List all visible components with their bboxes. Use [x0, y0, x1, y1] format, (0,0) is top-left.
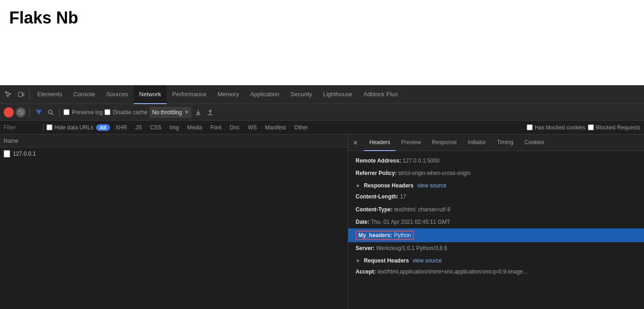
request-list-header: Name	[0, 134, 348, 147]
has-blocked-cookies-checkbox[interactable]: Has blocked cookies	[527, 124, 585, 131]
device-toggle-icon[interactable]	[15, 88, 28, 101]
detail-tab-response[interactable]: Response	[426, 134, 462, 151]
file-icon	[4, 150, 10, 157]
close-detail-button[interactable]: ✕	[351, 138, 360, 147]
search-icon[interactable]	[46, 107, 56, 117]
devtools-panel: Elements Console Sources Network Perform…	[0, 85, 644, 309]
filter-xhr[interactable]: XHR	[113, 123, 130, 132]
filter-doc[interactable]: Doc	[227, 123, 242, 132]
accept-row: Accept: text/html,application/xhtml+xml,…	[348, 266, 644, 278]
detail-tab-timing[interactable]: Timing	[491, 134, 519, 151]
filter-img[interactable]: Img	[167, 123, 182, 132]
throttle-select[interactable]: No throttling	[150, 107, 191, 118]
disable-cache-checkbox[interactable]: Disable cache	[104, 109, 147, 116]
response-headers-view-source[interactable]: view source	[417, 182, 446, 189]
filter-ws[interactable]: WS	[245, 123, 259, 132]
tab-sources[interactable]: Sources	[101, 85, 134, 104]
detail-tab-initiator[interactable]: Initiator	[462, 134, 491, 151]
content-type-row: Content-Type: text/html; charset=utf-8	[348, 204, 644, 216]
remote-address-row: Remote Address: 127.0.0.1:5000	[348, 155, 644, 167]
detail-tab-preview[interactable]: Preview	[396, 134, 426, 151]
detail-tab-headers[interactable]: Headers	[364, 134, 396, 151]
svg-rect-1	[23, 93, 24, 96]
tab-memory[interactable]: Memory	[212, 85, 245, 104]
network-filter-bar: Hide data URLs All XHR JS CSS Img Media …	[0, 121, 644, 134]
request-headers-view-source[interactable]: view source	[413, 257, 442, 264]
server-row: Server: Werkzeug/1.0.1 Python/3.8.6	[348, 242, 644, 255]
hide-data-urls-checkbox[interactable]: Hide data URLs	[46, 124, 93, 131]
export-icon[interactable]	[205, 107, 215, 117]
tab-network[interactable]: Network	[134, 85, 167, 104]
tab-console[interactable]: Console	[68, 85, 101, 104]
network-toolbar: Preserve log Disable cache No throttling…	[0, 104, 644, 121]
referrer-policy-row: Referrer Policy: strict-origin-when-cros…	[348, 167, 644, 180]
tab-elements[interactable]: Elements	[32, 85, 68, 104]
detail-panel: ✕ Headers Preview Response Initiator Tim…	[348, 134, 644, 309]
svg-line-5	[52, 113, 53, 115]
record-button[interactable]	[4, 107, 14, 117]
request-headers-section: ▼ Request Headers view source	[348, 255, 644, 266]
detail-content: Remote Address: 127.0.0.1:5000 Referrer …	[348, 151, 644, 309]
page-title: Flaks Nb	[9, 8, 78, 28]
detail-tab-cookies[interactable]: Cookies	[519, 134, 550, 151]
tab-performance[interactable]: Performance	[167, 85, 212, 104]
throttle-select-wrapper: No throttling ▼	[150, 107, 191, 118]
filter-manifest[interactable]: Manifest	[262, 123, 288, 132]
filter-media[interactable]: Media	[184, 123, 205, 132]
response-headers-toggle-icon[interactable]: ▼	[356, 183, 360, 188]
filter-input[interactable]	[4, 124, 40, 131]
response-headers-section: ▼ Response Headers view source	[348, 180, 644, 191]
my-headers-highlight: My_headers: Python	[356, 231, 414, 240]
devtools-tab-bar: Elements Console Sources Network Perform…	[0, 85, 644, 104]
main-content: Name 127.0.0.1 ✕ Headers Preview Respons…	[0, 134, 644, 309]
content-length-row: Content-Length: 17	[348, 191, 644, 203]
clear-button[interactable]	[16, 107, 26, 117]
tab-application[interactable]: Application	[245, 85, 285, 104]
page-title-area: Flaks Nb	[0, 0, 644, 85]
request-row[interactable]: 127.0.0.1	[0, 147, 348, 160]
filter-js[interactable]: JS	[132, 123, 144, 132]
svg-point-4	[48, 110, 52, 114]
filter-icon[interactable]	[34, 107, 44, 117]
detail-tabs: ✕ Headers Preview Response Initiator Tim…	[348, 134, 644, 151]
my-headers-row: My_headers: Python	[348, 228, 644, 242]
request-list: Name 127.0.0.1	[0, 134, 348, 309]
date-row: Date: Thu, 01 Apr 2021 02:45:11 GMT	[348, 216, 644, 228]
svg-line-3	[19, 111, 22, 114]
preserve-log-checkbox[interactable]: Preserve log	[63, 109, 103, 116]
request-headers-toggle-icon[interactable]: ▼	[356, 258, 360, 263]
import-icon[interactable]	[193, 107, 203, 117]
filter-other[interactable]: Other	[292, 123, 311, 132]
tab-security[interactable]: Security	[285, 85, 317, 104]
inspect-icon[interactable]	[2, 88, 15, 101]
filter-css[interactable]: CSS	[147, 123, 164, 132]
svg-rect-0	[18, 92, 22, 97]
tab-lighthouse[interactable]: Lighthouse	[317, 85, 358, 104]
filter-all-button[interactable]: All	[96, 124, 110, 131]
blocked-requests-checkbox[interactable]: Blocked Requests	[588, 124, 640, 131]
filter-font[interactable]: Font	[208, 123, 224, 132]
tab-adblock[interactable]: Adblock Plus	[358, 85, 403, 104]
